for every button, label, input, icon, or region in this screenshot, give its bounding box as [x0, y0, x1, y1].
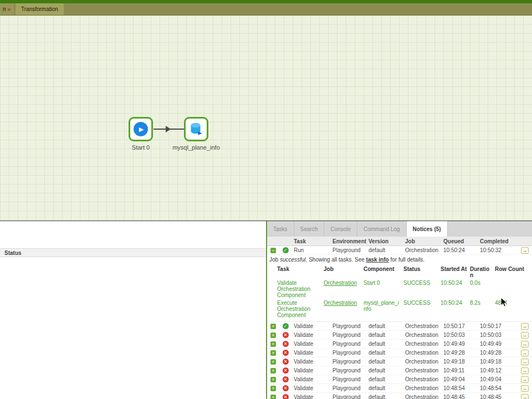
status-cell: ✕ [279, 341, 291, 347]
task-row[interactable]: +✕ValidatePlaygrounddefaultOrchestration… [267, 331, 532, 340]
task-panel-tab-command-log[interactable]: Command Log [357, 221, 407, 237]
expand-icon[interactable]: + [270, 386, 276, 391]
expand-icon[interactable]: + [270, 359, 276, 365]
jump-arrow-icon[interactable]: → [521, 385, 529, 392]
arrow-cell: → [518, 385, 532, 392]
node-mysql-plane-info[interactable]: mysql_plane_info [184, 117, 208, 141]
column-header-queued: Queued [441, 238, 478, 244]
expand-icon[interactable]: + [270, 341, 276, 347]
close-tab-icon[interactable]: × [8, 6, 11, 13]
jump-arrow-icon[interactable]: → [521, 323, 529, 330]
version-cell: default [366, 376, 403, 382]
version-cell: default [366, 247, 403, 253]
arrow-cell: → [518, 367, 532, 374]
collapse-icon[interactable]: − [270, 248, 276, 253]
arrow-cell: → [518, 376, 532, 383]
task-row[interactable]: +✕ValidatePlaygrounddefaultOrchestration… [267, 366, 532, 375]
expand-icon[interactable]: + [270, 332, 276, 338]
status-cell: ✕ [279, 385, 291, 391]
tasks-panel: TasksSearchConsoleCommand LogNotices (5)… [267, 221, 532, 399]
subcolumn-header-row-count: Row Count [495, 266, 528, 272]
node-start-0[interactable]: ▶ Start 0 [129, 117, 153, 141]
completed-cell: 10:48:54 [478, 385, 518, 391]
task-cell: Run [291, 247, 330, 253]
version-cell: default [366, 332, 403, 338]
task-detail-panel: Job successful. Showing all tasks. See t… [267, 255, 532, 322]
task-panel-tab-tasks[interactable]: Tasks [267, 221, 294, 237]
task-cell: Validate [291, 323, 330, 329]
task-row[interactable]: +✕ValidatePlaygrounddefaultOrchestration… [267, 384, 532, 393]
jump-arrow-icon[interactable]: → [521, 247, 529, 254]
expand-cell: + [267, 386, 279, 391]
editor-tab-transformation[interactable]: Transformation [16, 3, 64, 15]
task-cell: Validate [291, 394, 330, 399]
completed-cell: 10:49:28 [478, 350, 518, 356]
expand-cell: + [267, 368, 279, 374]
jump-arrow-icon[interactable]: → [521, 394, 529, 399]
error-icon: ✕ [283, 332, 289, 338]
status-panel-header: Status [0, 248, 266, 257]
expand-icon[interactable]: + [270, 368, 276, 374]
jump-arrow-icon[interactable]: → [521, 350, 529, 356]
expand-icon[interactable]: + [270, 324, 276, 329]
environment-cell: Playground [330, 323, 366, 329]
expand-icon[interactable]: + [270, 395, 276, 399]
editor-tab-label: Transformation [21, 6, 58, 12]
task-row[interactable]: +✕ValidatePlaygrounddefaultOrchestration… [267, 349, 532, 357]
version-cell: default [366, 385, 403, 391]
task-panel-tab-notices-5-[interactable]: Notices (5) [407, 221, 448, 237]
task-row[interactable]: −✓RunPlaygrounddefaultOrchestration10:50… [267, 246, 532, 255]
connector-arrowhead [166, 126, 171, 132]
subcolumn-header-component: Component [364, 266, 403, 272]
subtask-row: Validate Orchestration ComponentOrchestr… [267, 279, 532, 299]
job-cell: Orchestration [403, 350, 441, 356]
environment-cell: Playground [330, 385, 366, 391]
expand-cell: + [267, 332, 279, 338]
success-icon: ✓ [283, 323, 289, 329]
expand-icon[interactable]: + [270, 350, 276, 356]
arrow-cell: → [518, 350, 532, 356]
job-success-message: Job successful. Showing all tasks. See t… [267, 255, 532, 264]
jump-arrow-icon[interactable]: → [521, 367, 529, 374]
job-cell: Orchestration [403, 367, 441, 374]
subcolumn-header-task: Task [277, 266, 324, 272]
version-cell: default [366, 350, 403, 356]
subtask-task: Execute Orchestration Component [277, 300, 324, 318]
task-row[interactable]: +✕ValidatePlaygrounddefaultOrchestration… [267, 340, 532, 349]
task-row[interactable]: +✕ValidatePlaygrounddefaultOrchestration… [267, 357, 532, 366]
task-panel-tab-console[interactable]: Console [324, 221, 357, 237]
queued-cell: 10:50:03 [441, 332, 478, 338]
editor-tab-partial[interactable]: n × [0, 3, 14, 15]
job-cell: Orchestration [403, 359, 441, 365]
jump-arrow-icon[interactable]: → [521, 376, 529, 383]
task-info-link[interactable]: task info [366, 257, 389, 263]
task-row[interactable]: +✓ValidatePlaygrounddefaultOrchestration… [267, 322, 532, 331]
arrow-cell: → [518, 394, 532, 399]
editor-tabbar: n × Transformation [0, 3, 532, 16]
column-header-completed: Completed [478, 238, 518, 244]
transformation-canvas[interactable]: ▶ Start 0 mysql_plane_info [0, 16, 532, 221]
task-row[interactable]: +✕ValidatePlaygrounddefaultOrchestration… [267, 393, 532, 399]
column-header-job: Job [403, 238, 441, 244]
jump-arrow-icon[interactable]: → [521, 359, 529, 365]
subtask-job-link[interactable]: Orchestration [324, 280, 364, 286]
start-node-icon: ▶ [134, 122, 148, 136]
expand-icon[interactable]: + [270, 377, 276, 382]
job-cell: Orchestration [403, 376, 441, 382]
task-panel-tab-search[interactable]: Search [294, 221, 325, 237]
expand-cell: + [267, 350, 279, 356]
jump-arrow-icon[interactable]: → [521, 332, 529, 339]
job-cell: Orchestration [403, 341, 441, 347]
jump-arrow-icon[interactable]: → [521, 341, 529, 347]
subtask-started-at: 10:50:24 [441, 300, 470, 306]
completed-cell: 10:50:17 [478, 323, 518, 329]
error-icon: ✕ [283, 376, 289, 382]
queued-cell: 10:49:49 [441, 341, 478, 347]
status-cell: ✕ [279, 332, 291, 338]
subcolumn-header-duration: Duration [470, 266, 495, 278]
task-row[interactable]: +✕ValidatePlaygrounddefaultOrchestration… [267, 375, 532, 384]
subtask-job-link[interactable]: Orchestration [324, 300, 364, 306]
task-cell: Validate [291, 376, 330, 382]
subcolumn-header-started-at: Started At [441, 266, 470, 272]
queued-cell: 10:48:45 [441, 394, 478, 399]
